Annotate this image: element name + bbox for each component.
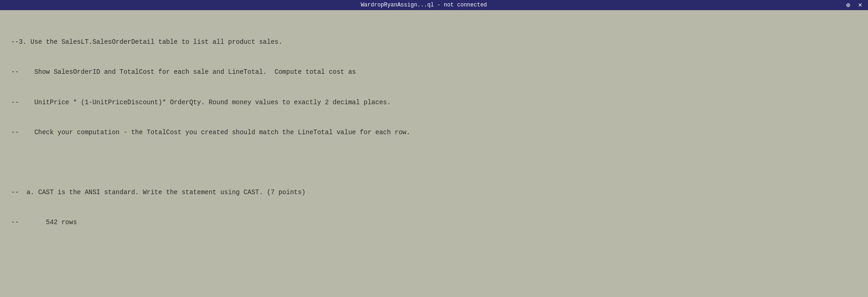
code-line-2: -- Show SalesOrderID and TotalCost for e… (11, 67, 857, 77)
pin-button[interactable]: ⊕ (844, 2, 852, 8)
code-line-4: -- Check your computation - the TotalCos… (11, 128, 857, 138)
top-bar: WardropRyanAssign...ql - not connected ⊕… (0, 0, 868, 10)
top-bar-controls: ⊕ ✕ (844, 2, 864, 8)
code-line-3: -- UnitPrice * (1-UnitPriceDiscount)* Or… (11, 98, 857, 108)
code-line-7: -- 542 rows (11, 218, 857, 228)
close-button[interactable]: ✕ (856, 2, 864, 8)
code-line-5 (11, 158, 857, 168)
tab-title: WardropRyanAssign...ql - not connected (4, 2, 844, 8)
code-gap-1 (11, 248, 857, 285)
code-line-6: -- a. CAST is the ANSI standard. Write t… (11, 188, 857, 198)
code-block: --3. Use the SalesLT.SalesOrderDetail ta… (11, 18, 857, 297)
code-line-1: --3. Use the SalesLT.SalesOrderDetail ta… (11, 37, 857, 48)
content-area: --3. Use the SalesLT.SalesOrderDetail ta… (0, 10, 868, 297)
